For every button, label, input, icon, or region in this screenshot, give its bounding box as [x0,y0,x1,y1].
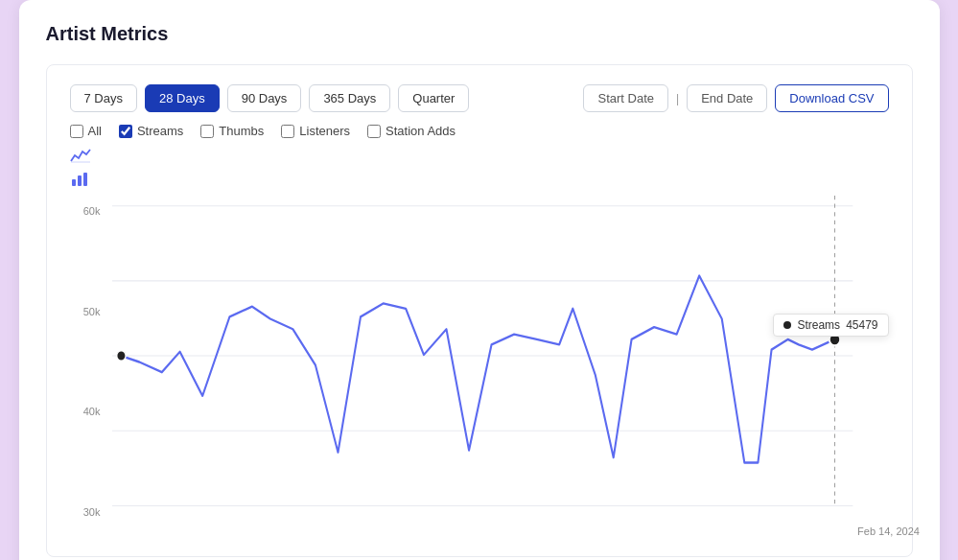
btn-quarter[interactable]: Quarter [398,84,469,112]
y-label-60k: 60k [70,205,108,217]
btn-7days[interactable]: 7 Days [70,84,137,112]
btn-start-date[interactable]: Start Date [583,84,668,112]
filter-station-adds-label: Station Adds [386,124,456,138]
chart-icons [70,148,889,192]
x-axis-label: Feb 14, 2024 [857,525,920,537]
svg-rect-2 [83,173,87,186]
btn-end-date[interactable]: End Date [687,84,767,112]
controls-row: 7 Days 28 Days 90 Days 365 Days Quarter … [70,84,889,112]
filter-thumbs-label: Thumbs [219,124,264,138]
y-axis-labels: 60k 50k 40k 30k [70,196,108,541]
page-title: Artist Metrics [46,23,913,45]
filter-listeners[interactable]: Listeners [281,124,350,138]
btn-28days[interactable]: 28 Days [145,84,220,112]
tooltip-box: Streams 45479 [773,314,888,337]
y-label-50k: 50k [70,306,108,317]
chart-area: 60k 50k 40k 30k [70,196,889,541]
btn-365days[interactable]: 365 Days [309,84,390,112]
filter-streams-label: Streams [137,124,183,138]
tooltip-label: Streams [797,318,840,332]
filter-listeners-label: Listeners [299,124,350,138]
filter-streams-checkbox[interactable] [119,125,132,138]
line-chart-icon[interactable] [70,148,889,168]
filter-all[interactable]: All [70,124,102,138]
y-label-40k: 40k [70,406,108,417]
filter-thumbs[interactable]: Thumbs [200,124,264,138]
date-separator: | [676,92,679,105]
outer-card: Artist Metrics 7 Days 28 Days 90 Days 36… [19,0,940,560]
filter-streams[interactable]: Streams [119,124,183,138]
btn-90days[interactable]: 90 Days [227,84,302,112]
filter-station-adds[interactable]: Station Adds [367,124,456,138]
bar-chart-icon[interactable] [70,172,889,192]
inner-card: 7 Days 28 Days 90 Days 365 Days Quarter … [46,64,913,557]
y-label-30k: 30k [70,506,108,518]
tooltip-dot [783,321,791,329]
btn-download-csv[interactable]: Download CSV [775,84,888,112]
filter-all-checkbox[interactable] [70,125,83,138]
chart-plot: Streams 45479 Feb 14, 2024 [112,196,889,514]
svg-point-9 [116,351,125,362]
filter-thumbs-checkbox[interactable] [200,125,214,138]
filter-listeners-checkbox[interactable] [281,125,294,138]
tooltip-value: 45479 [846,318,877,332]
svg-rect-1 [78,175,82,186]
svg-rect-0 [72,179,76,186]
filter-all-label: All [88,124,102,138]
filter-station-adds-checkbox[interactable] [367,125,381,138]
checkboxes-row: All Streams Thumbs Listeners Station Add… [70,124,889,138]
